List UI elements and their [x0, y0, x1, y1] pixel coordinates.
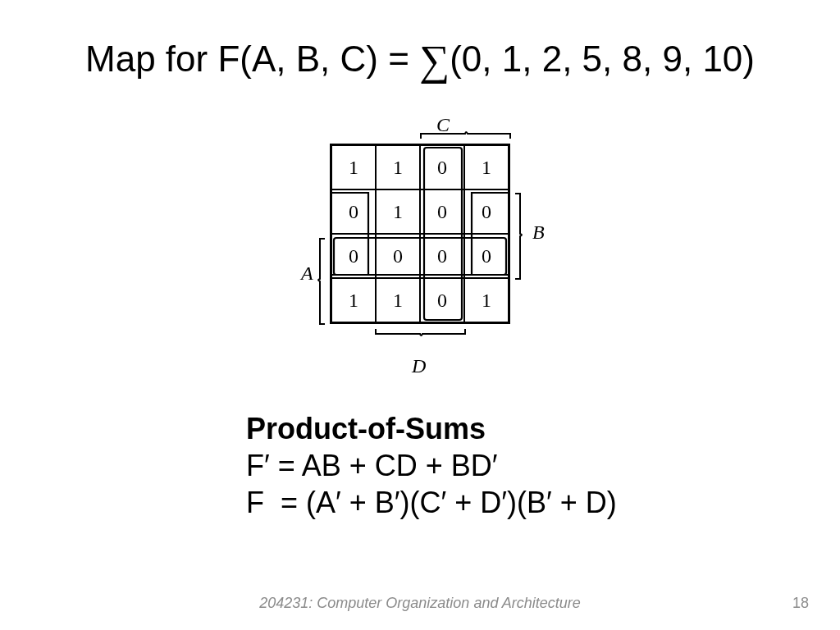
kmap-cell: 0 [420, 278, 464, 322]
kmap-label-c: C [436, 114, 450, 136]
formulas-heading: Product-of-Sums [246, 410, 617, 447]
kmap-grid: 1 1 0 1 0 1 0 0 0 0 0 0 1 1 0 1 [330, 144, 510, 324]
kmap-cell: 1 [376, 278, 420, 322]
kmap-cell: 0 [420, 145, 464, 189]
kmap-label-a: A [301, 262, 313, 285]
title-prefix: Map for F(A, B, C) = [85, 39, 419, 79]
kmap-cell: 1 [376, 145, 420, 189]
kmap-figure: 1 1 0 1 0 1 0 0 0 0 0 0 1 1 0 1 C D A B [0, 111, 840, 390]
kmap-cell: 1 [331, 278, 376, 322]
footer-course: 204231: Computer Organization and Archit… [0, 595, 840, 612]
kmap-cell: 0 [420, 189, 464, 234]
kmap-label-b: B [532, 221, 545, 244]
kmap-cell: 1 [331, 145, 376, 189]
formula-fprime: F′ = AB + CD + BD′ [246, 447, 617, 484]
kmap-cell: 0 [420, 234, 464, 278]
page-number: 18 [792, 595, 809, 612]
kmap-cell: 0 [464, 189, 509, 234]
formula-f: F = (A′ + B′)(C′ + D′)(B′ + D) [246, 484, 617, 521]
slide-title: Map for F(A, B, C) = ∑(0, 1, 2, 5, 8, 9,… [0, 33, 840, 81]
kmap-cell: 0 [331, 189, 376, 234]
title-suffix: (0, 1, 2, 5, 8, 9, 10) [450, 39, 755, 79]
kmap-cell: 1 [464, 278, 509, 322]
kmap-cell: 0 [464, 234, 509, 278]
kmap-cell: 1 [376, 189, 420, 234]
formulas-block: Product-of-Sums F′ = AB + CD + BD′ F = (… [246, 410, 617, 521]
kmap-label-d: D [412, 355, 426, 377]
kmap-cell: 0 [331, 234, 376, 278]
kmap-cell: 1 [464, 145, 509, 189]
kmap-cell: 0 [376, 234, 420, 278]
sigma-symbol: ∑ [419, 37, 450, 84]
